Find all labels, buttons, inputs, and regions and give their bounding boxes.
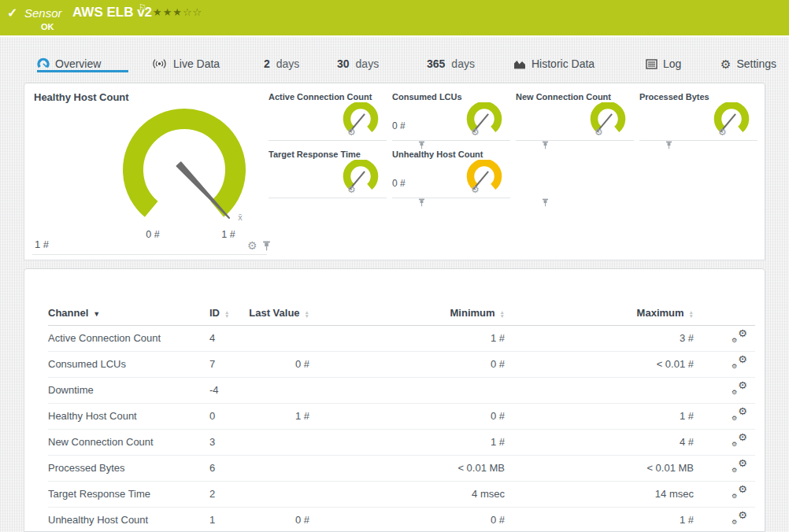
channels-panel: Channel▼ ID▲▼ Last Value▲▼ Minimum▲▼ Max… bbox=[24, 268, 765, 532]
channel-id: 6 bbox=[209, 455, 237, 481]
sort-desc-icon: ▼ bbox=[93, 310, 100, 318]
channel-maximum: < 0.01 MB bbox=[505, 455, 694, 481]
channel-settings-icon[interactable]: ⚙⚙ bbox=[731, 331, 747, 343]
mini-gauge-unhealthy-host-count[interactable]: Unhealthy Host Count 0 # ⚙ bbox=[392, 146, 510, 198]
pin-icon[interactable] bbox=[542, 141, 549, 150]
gear-icon[interactable]: ⚙ bbox=[347, 127, 356, 137]
mini-gauge-processed-bytes[interactable]: Processed Bytes ⚙ bbox=[639, 89, 758, 141]
channel-last-value bbox=[237, 377, 309, 403]
mini-gauge-active-connection-count[interactable]: Active Connection Count ⚙ bbox=[269, 89, 387, 141]
channel-maximum: 3 # bbox=[505, 325, 694, 351]
channel-name: Unhealthy Host Count bbox=[48, 507, 209, 532]
column-header-minimum[interactable]: Minimum▲▼ bbox=[309, 301, 505, 325]
gear-icon[interactable]: ⚙ bbox=[471, 127, 480, 137]
active-tab-underline bbox=[37, 70, 128, 72]
tab-number: 30 bbox=[337, 57, 350, 70]
channel-maximum: 1 # bbox=[505, 507, 694, 532]
tab-number: 365 bbox=[427, 57, 445, 70]
channel-name: New Connection Count bbox=[48, 429, 209, 455]
gear-icon: ⚙ bbox=[720, 58, 731, 70]
channel-maximum bbox=[505, 377, 694, 403]
channel-settings-icon[interactable]: ⚙⚙ bbox=[731, 434, 747, 447]
tab-365-days[interactable]: 365days bbox=[427, 56, 475, 72]
channel-maximum: 4 # bbox=[505, 429, 694, 455]
channel-settings-icon[interactable]: ⚙⚙ bbox=[731, 486, 747, 499]
column-header-last-value[interactable]: Last Value▲▼ bbox=[237, 301, 309, 325]
channel-settings-icon[interactable]: ⚙⚙ bbox=[731, 382, 747, 395]
gear-icon[interactable]: ⚙ bbox=[347, 185, 356, 194]
channel-settings-icon[interactable]: ⚙⚙ bbox=[731, 512, 747, 525]
sensor-type-label: Sensor bbox=[24, 6, 62, 20]
gear-icon[interactable]: ⚙ bbox=[471, 185, 480, 194]
gauges-panel: Healthy Host Count 0 # 1 # x̄ 1 # ⚙ Acti… bbox=[24, 83, 765, 260]
mini-gauge bbox=[710, 102, 753, 139]
channel-id: 4 bbox=[209, 325, 237, 351]
tab-label: Settings bbox=[736, 57, 776, 70]
channel-maximum: 1 # bbox=[505, 403, 694, 429]
primary-gauge-title: Healthy Host Count bbox=[34, 91, 129, 103]
priority-stars[interactable]: ★★★☆☆ bbox=[153, 6, 202, 18]
gear-icon[interactable]: ⚙ bbox=[718, 127, 727, 137]
tab-unit: days bbox=[276, 57, 300, 70]
channel-minimum: 1 # bbox=[309, 325, 505, 351]
channel-last-value: 1 # bbox=[237, 403, 309, 429]
tab-log[interactable]: Log bbox=[646, 56, 681, 72]
tab-2-days[interactable]: 2days bbox=[264, 56, 299, 72]
pin-icon[interactable] bbox=[418, 198, 425, 207]
tab-overview[interactable]: Overview bbox=[37, 56, 101, 72]
table-row: Downtime -4 ⚙⚙ bbox=[48, 377, 755, 403]
tab-live-data[interactable]: Live Data bbox=[151, 56, 220, 72]
column-header-maximum[interactable]: Maximum▲▼ bbox=[505, 301, 694, 325]
channel-last-value bbox=[237, 325, 309, 351]
tab-30-days[interactable]: 30days bbox=[337, 56, 379, 72]
tab-settings[interactable]: ⚙ Settings bbox=[720, 56, 776, 72]
channel-id: -4 bbox=[209, 377, 237, 403]
channel-last-value bbox=[237, 455, 309, 481]
mini-gauge-value: 0 # bbox=[392, 178, 406, 189]
tab-label: Overview bbox=[55, 57, 101, 70]
channel-settings-icon[interactable]: ⚙⚙ bbox=[731, 357, 747, 369]
channel-name: Healthy Host Count bbox=[48, 403, 209, 429]
mini-gauge-title: Processed Bytes bbox=[639, 92, 709, 102]
log-icon bbox=[646, 59, 658, 69]
channel-name: Consumed LCUs bbox=[48, 351, 209, 377]
column-header-id[interactable]: ID▲▼ bbox=[209, 301, 237, 325]
gauge-arc bbox=[133, 119, 235, 209]
mini-gauge-title: New Connection Count bbox=[516, 92, 611, 102]
mini-gauge-title: Target Response Time bbox=[269, 150, 361, 159]
pin-icon[interactable] bbox=[665, 141, 672, 150]
channel-name: Processed Bytes bbox=[48, 455, 209, 481]
table-row: Healthy Host Count 0 1 # 0 # 1 # ⚙⚙ bbox=[48, 403, 755, 429]
mini-gauge bbox=[587, 102, 629, 139]
channel-id: 1 bbox=[209, 507, 237, 532]
table-row: Active Connection Count 4 1 # 3 # ⚙⚙ bbox=[48, 325, 755, 351]
mini-gauge bbox=[463, 102, 506, 139]
gear-icon[interactable]: ⚙ bbox=[595, 127, 603, 137]
mini-gauge-new-connection-count[interactable]: New Connection Count ⚙ bbox=[516, 89, 634, 141]
channel-last-value: 0 # bbox=[237, 351, 309, 377]
channel-maximum: < 0.01 # bbox=[505, 351, 694, 377]
sort-icon: ▲▼ bbox=[689, 310, 694, 318]
mini-gauge-target-response-time[interactable]: Target Response Time ⚙ bbox=[269, 146, 387, 198]
mini-gauge-title: Consumed LCUs bbox=[392, 92, 462, 102]
channel-settings-icon[interactable]: ⚙⚙ bbox=[731, 460, 747, 473]
table-row: Unhealthy Host Count 1 0 # 0 # 1 # ⚙⚙ bbox=[48, 507, 755, 532]
gauge-average-marker: x̄ bbox=[232, 212, 248, 222]
channel-id: 2 bbox=[209, 481, 237, 507]
tab-historic-data[interactable]: Historic Data bbox=[513, 56, 595, 72]
channel-minimum: 4 msec bbox=[309, 481, 505, 507]
gear-icon[interactable]: ⚙ bbox=[247, 240, 257, 251]
mini-gauge bbox=[463, 160, 506, 196]
gauge-scale-max: 1 # bbox=[205, 229, 252, 240]
sort-icon: ▲▼ bbox=[500, 310, 505, 318]
tab-unit: days bbox=[356, 57, 380, 70]
pin-icon[interactable] bbox=[262, 241, 271, 251]
channel-minimum: 1 # bbox=[309, 429, 505, 455]
channel-settings-icon[interactable]: ⚙⚙ bbox=[731, 408, 747, 421]
priority-flag-icon[interactable]: ⚐ bbox=[139, 2, 146, 13]
column-header-channel[interactable]: Channel▼ bbox=[48, 301, 209, 325]
mini-gauge-consumed-lcus[interactable]: Consumed LCUs 0 # ⚙ bbox=[392, 89, 510, 141]
channel-last-value: 0 # bbox=[237, 507, 309, 532]
pin-icon[interactable] bbox=[542, 198, 549, 207]
table-row: Processed Bytes 6 < 0.01 MB < 0.01 MB ⚙⚙ bbox=[48, 455, 755, 481]
